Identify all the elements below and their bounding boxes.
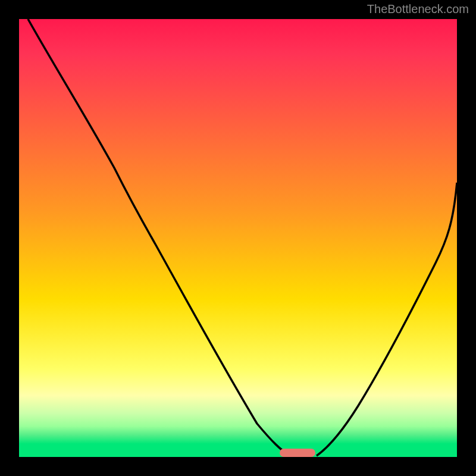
right-curve-path <box>317 183 457 456</box>
curve-svg <box>19 19 457 457</box>
left-curve-path <box>28 19 290 456</box>
watermark-text: TheBottleneck.com <box>367 2 469 16</box>
chart-plot-area <box>19 19 457 457</box>
optimum-marker <box>280 449 315 457</box>
